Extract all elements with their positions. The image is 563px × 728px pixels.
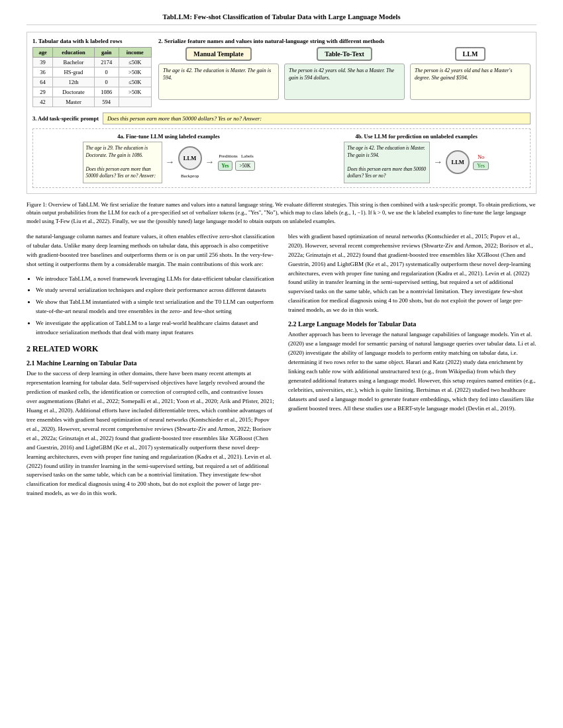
finetune-section: 4a. Fine-tune LLM using labeled examples… — [37, 133, 300, 183]
step4b-label: 4b. Use LLM for prediction on unlabeled … — [355, 133, 477, 140]
sub1-text-right: bles with gradient based optimization of… — [288, 232, 537, 315]
sub2-text: Another approach has been to leverage th… — [288, 330, 537, 413]
list-item: We study several serialization technique… — [36, 286, 275, 295]
step1-label: 1. Tabular data with k labeled rows — [32, 38, 152, 44]
arrow-icon3: → — [433, 157, 442, 167]
list-item: We introduce TabLLM, a novel framework l… — [36, 275, 275, 284]
llm-finetune-circle: LLM — [178, 146, 202, 170]
method-label-llm: LLM — [455, 47, 486, 61]
backprop-label: Backprop — [181, 173, 199, 179]
cell: 1086 — [94, 87, 119, 97]
methods-row: Manual Template The age is 42. The educa… — [158, 47, 531, 100]
label-badge: >50K — [235, 161, 254, 171]
cell — [119, 97, 151, 107]
method-text-table-to-text: The person is 42 years old. She has a Ma… — [284, 64, 405, 100]
cell: 12th — [53, 77, 95, 87]
figure-bottom: 4a. Fine-tune LLM using labeled examples… — [32, 128, 531, 188]
figure-top-row: 1. Tabular data with k labeled rows age … — [32, 38, 531, 107]
predict-text2: Does this person earn more than 50000 do… — [347, 166, 426, 179]
section2-heading: 2 RELATED WORK — [26, 344, 275, 354]
cell: 42 — [33, 97, 53, 107]
no-yes-box: No Yes — [473, 154, 489, 170]
method-table-to-text: Table-To-Text The person is 42 years old… — [284, 47, 405, 100]
arrow-icon: → — [166, 157, 175, 167]
table-row: 64 12th 0 ≤50K — [33, 77, 152, 87]
cell: HS-grad — [53, 68, 95, 77]
col-header-income: income — [119, 48, 151, 58]
cell: 594 — [94, 97, 119, 107]
cell: 0 — [94, 68, 119, 77]
cell: >50K — [119, 87, 151, 97]
table-row: 39 Bachelor 2174 ≤50K — [33, 58, 152, 68]
cell: Bachelor — [53, 58, 95, 68]
list-item: We investigate the application of TabLLM… — [36, 319, 275, 338]
table-row-highlight: 42 Master 594 — [33, 97, 152, 107]
figure-container: 1. Tabular data with k labeled rows age … — [26, 32, 537, 194]
cell: 36 — [33, 68, 53, 77]
cell: 0 — [94, 77, 119, 87]
task-prompt-row: 3. Add task-specific prompt Does this pe… — [32, 113, 531, 124]
finetune-text2: Does this person earn more than 50000 do… — [86, 166, 156, 179]
method-label-table-to-text: Table-To-Text — [317, 47, 372, 61]
predict-section: 4b. Use LLM for prediction on unlabeled … — [307, 133, 526, 183]
step3-label: 3. Add task-specific prompt — [32, 115, 99, 122]
cell: >50K — [119, 68, 151, 77]
method-llm: LLM The person is 42 years old and has a… — [410, 47, 531, 100]
col-header-gain: gain — [94, 48, 119, 58]
no-label: No — [478, 154, 484, 160]
arrow-icon2: → — [205, 157, 215, 167]
cell: Master — [53, 97, 95, 107]
body-columns: the natural-language column names and fe… — [26, 232, 537, 504]
table-row: 36 HS-grad 0 >50K — [33, 68, 152, 77]
intro-text: the natural-language column names and fe… — [26, 232, 275, 269]
right-column: bles with gradient based optimization of… — [288, 232, 537, 504]
left-column: the natural-language column names and fe… — [26, 232, 275, 504]
table-row: 29 Doctorate 1086 >50K — [33, 87, 152, 97]
bullet-list: We introduce TabLLM, a novel framework l… — [36, 275, 275, 338]
cell: 29 — [33, 87, 53, 97]
data-table: age education gain income 39 Bachelor 21… — [32, 47, 152, 107]
step2-section: 2. Serialize feature names and values in… — [158, 38, 531, 107]
predict-text1: The age is 42. The education is Master. … — [347, 145, 425, 158]
cell: 64 — [33, 77, 53, 87]
method-label-manual: Manual Template — [185, 47, 251, 61]
sub1-text: Due to the success of deep learning in o… — [26, 369, 275, 498]
cell: Doctorate — [53, 87, 95, 97]
step4a-label: 4a. Fine-tune LLM using labeled examples — [117, 133, 219, 140]
figure-caption: Figure 1: Overview of TabLLM. We first s… — [26, 201, 537, 226]
col-header-education: education — [53, 48, 95, 58]
finetune-text-box: The age is 29. The education is Doctorat… — [83, 142, 162, 183]
predict-text-box: The age is 42. The education is Master. … — [344, 142, 430, 183]
yes-label: Yes — [473, 161, 489, 170]
sub1-heading: 2.1 Machine Learning on Tabular Data — [26, 359, 275, 367]
method-manual: Manual Template The age is 42. The educa… — [158, 47, 279, 100]
step1-section: 1. Tabular data with k labeled rows age … — [32, 38, 152, 107]
cell: ≤50K — [119, 77, 151, 87]
cell: 2174 — [94, 58, 119, 68]
step2-label: 2. Serialize feature names and values in… — [158, 38, 531, 44]
sub2-heading: 2.2 Large Language Models for Tabular Da… — [288, 320, 537, 328]
prediction-badge: Yes — [218, 161, 233, 171]
finetune-text1: The age is 29. The education is Doctorat… — [86, 145, 148, 158]
method-text-llm: The person is 42 years old and has a Mas… — [410, 64, 531, 100]
col-header-age: age — [33, 48, 53, 58]
cell: ≤50K — [119, 58, 151, 68]
list-item: We show that TabLLM instantiated with a … — [36, 298, 275, 316]
method-text-manual: The age is 42. The education is Master. … — [158, 64, 279, 100]
cell: 39 — [33, 58, 53, 68]
llm-predict-circle: LLM — [446, 150, 470, 174]
page-title: TabLLM: Few-shot Classification of Tabul… — [26, 13, 537, 25]
task-prompt-text: Does this person earn more than 50000 do… — [103, 113, 531, 124]
